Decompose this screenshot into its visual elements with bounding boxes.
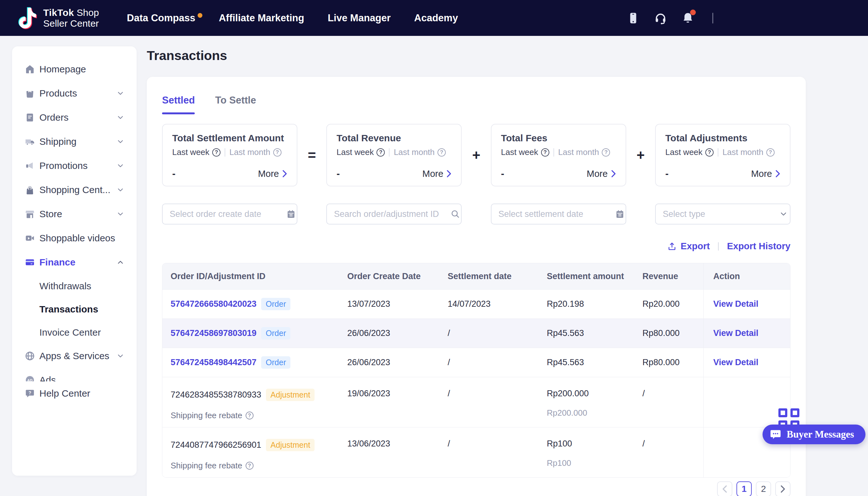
order-create-date: 26/06/2023 <box>347 358 448 367</box>
top-nav: TikTok Shop Seller Center Data Compass A… <box>0 0 868 36</box>
help-icon[interactable]: ? <box>377 148 385 157</box>
help-icon[interactable]: ? <box>705 148 714 157</box>
chevron-right-icon <box>611 170 616 178</box>
pagination-prev-button[interactable] <box>717 481 732 496</box>
period-last-month[interactable]: Last month? <box>558 148 610 157</box>
support-headset-icon[interactable] <box>654 12 667 25</box>
mobile-app-icon[interactable] <box>626 12 640 25</box>
sidebar-item-promotions[interactable]: Promotions <box>12 154 137 178</box>
order-type-badge: Order <box>261 298 290 310</box>
sidebar-item-products[interactable]: Products <box>12 81 137 105</box>
divider <box>718 242 719 250</box>
sidebar-item-help-center[interactable]: ? Help Center <box>12 381 137 405</box>
export-history-link[interactable]: Export History <box>727 241 791 251</box>
pagination-page-1[interactable]: 1 <box>736 481 752 496</box>
view-detail-link[interactable]: View Detail <box>713 328 758 338</box>
help-icon[interactable]: ? <box>273 148 281 157</box>
settlement-date-picker[interactable] <box>491 204 626 224</box>
period-last-week[interactable]: Last week? <box>665 148 714 157</box>
settlement-amount: Rp45.563 <box>547 328 642 338</box>
settlement-date: 14/07/2023 <box>448 299 547 309</box>
order-adjustment-id-search[interactable] <box>326 204 462 224</box>
pagination-next-button[interactable] <box>775 481 791 496</box>
help-icon[interactable]: ? <box>766 148 775 157</box>
help-icon[interactable]: ? <box>212 148 220 157</box>
period-last-week[interactable]: Last week? <box>336 148 385 157</box>
order-id-link[interactable]: 576472458697803019 <box>171 328 256 338</box>
shipping-truck-icon <box>25 136 35 147</box>
promotions-megaphone-icon <box>25 160 35 171</box>
period-last-week[interactable]: Last week? <box>501 148 549 157</box>
sidebar-bottom: ? Help Center <box>12 381 137 476</box>
help-icon[interactable]: ? <box>541 148 549 157</box>
sidebar-item-withdrawals[interactable]: Withdrawals <box>12 274 137 297</box>
card-value: - <box>665 168 669 180</box>
tabs: Settled To Settle <box>162 77 791 114</box>
order-id-link[interactable]: 576472458498442507 <box>171 358 256 367</box>
sidebar-item-orders[interactable]: Orders <box>12 105 137 129</box>
chevron-right-icon <box>282 170 287 178</box>
card-value: - <box>336 168 340 180</box>
brand-logo[interactable]: TikTok Shop Seller Center <box>18 7 99 30</box>
chevron-down-icon <box>116 352 124 360</box>
help-icon[interactable]: ? <box>246 462 254 470</box>
more-link[interactable]: More <box>258 169 287 179</box>
globe-icon <box>25 351 35 361</box>
page-title: Transactions <box>147 48 227 63</box>
more-link[interactable]: More <box>587 169 616 179</box>
sidebar-item-shopping-center[interactable]: Shopping Cent... <box>12 178 137 202</box>
nav-right-icons <box>626 0 713 36</box>
chat-bubble-icon <box>770 428 781 440</box>
sidebar-item-invoice-center[interactable]: Invoice Center <box>12 321 137 344</box>
chevron-left-icon <box>722 485 728 493</box>
tab-settled[interactable]: Settled <box>162 95 195 114</box>
nav-item-live-manager[interactable]: Live Manager <box>328 12 391 24</box>
tab-to-settle[interactable]: To Settle <box>215 95 256 114</box>
card-value: - <box>501 168 504 180</box>
type-select[interactable] <box>655 204 791 224</box>
nav-item-academy[interactable]: Academy <box>414 12 458 24</box>
period-last-month[interactable]: Last month? <box>722 148 775 157</box>
nav-item-data-compass[interactable]: Data Compass <box>127 12 195 24</box>
period-last-month[interactable]: Last month? <box>394 148 446 157</box>
brand-text: TikTok Shop Seller Center <box>43 7 99 29</box>
sidebar-item-homepage[interactable]: Homepage <box>12 57 137 81</box>
card-value: - <box>172 168 176 180</box>
view-detail-link[interactable]: View Detail <box>713 358 758 367</box>
revenue: / <box>642 428 703 449</box>
view-detail-link[interactable]: View Detail <box>713 299 758 309</box>
sidebar-item-store[interactable]: Store <box>12 202 137 226</box>
period-last-month[interactable]: Last month? <box>229 148 281 157</box>
sidebar-item-finance[interactable]: Finance <box>12 250 137 274</box>
more-link[interactable]: More <box>422 169 452 179</box>
nav-item-affiliate-marketing[interactable]: Affiliate Marketing <box>219 12 304 24</box>
order-create-date-picker[interactable] <box>162 204 298 224</box>
revenue: / <box>642 377 703 399</box>
help-icon[interactable]: ? <box>438 148 446 157</box>
sidebar-item-transactions[interactable]: Transactions <box>12 297 137 321</box>
type-select-input[interactable] <box>663 209 775 219</box>
settlement-date-input[interactable] <box>499 209 611 219</box>
sidebar-item-shoppable-videos[interactable]: Shoppable videos <box>12 226 137 250</box>
notifications-bell-icon[interactable] <box>681 12 695 25</box>
order-adjustment-id-input[interactable] <box>334 209 446 219</box>
svg-text:?: ? <box>29 390 31 396</box>
sidebar-item-shipping[interactable]: Shipping <box>12 129 137 154</box>
pagination-page-2[interactable]: 2 <box>756 481 771 496</box>
export-button[interactable]: Export <box>667 241 710 251</box>
table-row: 7244087747966256901Adjustment Shipping f… <box>162 427 790 477</box>
video-camera-icon <box>25 233 35 244</box>
table-row: 576472458697803019Order 26/06/2023 / Rp4… <box>162 319 790 348</box>
help-icon[interactable]: ? <box>602 148 610 157</box>
adjustment-sub-amount: Rp100 <box>547 458 637 468</box>
period-last-week[interactable]: Last week? <box>172 148 220 157</box>
sidebar-item-apps-services[interactable]: Apps & Services <box>12 344 137 368</box>
chevron-down-icon <box>116 186 124 194</box>
more-link[interactable]: More <box>751 169 780 179</box>
order-id-link[interactable]: 576472666580420023 <box>171 299 256 309</box>
chevron-down-icon <box>116 89 124 97</box>
help-icon[interactable]: ? <box>246 412 254 419</box>
card-total-settlement-amount: Total Settlement Amount Last week? Last … <box>162 124 298 186</box>
buyer-messages-button[interactable]: Buyer Messages <box>762 424 866 444</box>
order-create-date-input[interactable] <box>170 209 282 219</box>
